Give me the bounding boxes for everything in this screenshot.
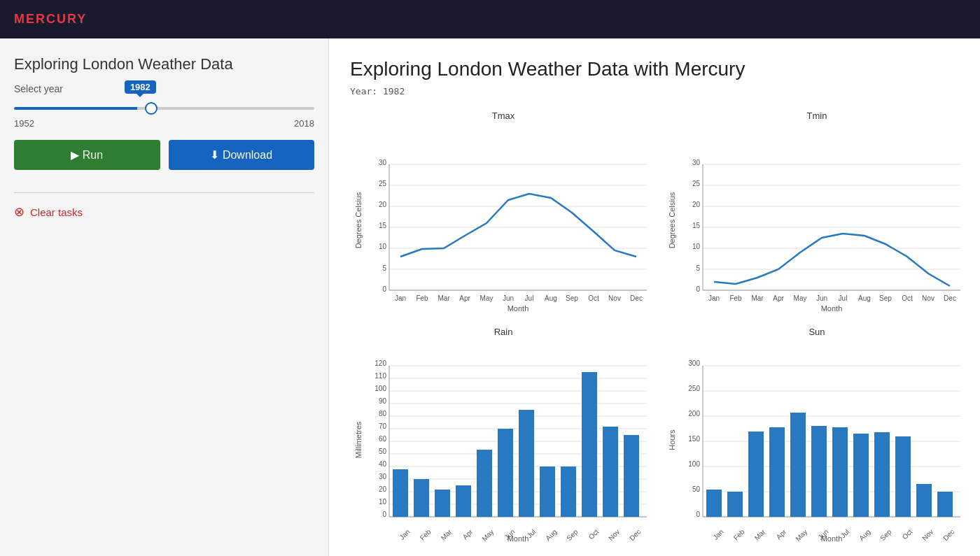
svg-rect-93 (477, 450, 492, 517)
svg-text:20: 20 (692, 201, 701, 208)
chart-tmin-svg: Degrees Celsius 0 5 10 15 20 25 30 (666, 122, 967, 311)
svg-text:Oct: Oct (901, 528, 914, 541)
year-label: Year: 1982 (350, 86, 959, 97)
slider-min: 1952 (14, 118, 34, 129)
svg-text:Jun: Jun (503, 294, 514, 302)
chart-sun-svg: Hours 0 50 100 150 200 250 300 (666, 338, 967, 541)
svg-rect-140 (895, 436, 911, 517)
svg-text:0: 0 (696, 511, 700, 518)
main-layout: Exploring London Weather Data Select yea… (0, 38, 980, 556)
slider-tooltip: 1982 (125, 80, 156, 94)
svg-rect-137 (832, 427, 848, 517)
charts-grid: Tmax Degrees Celsius 0 5 10 15 20 25 30 (350, 108, 959, 547)
svg-rect-142 (937, 492, 953, 517)
svg-text:Aug: Aug (544, 528, 558, 541)
year-slider[interactable] (14, 107, 314, 110)
svg-rect-97 (561, 466, 576, 517)
svg-text:Millimetres: Millimetres (354, 421, 363, 458)
svg-text:25: 25 (379, 180, 387, 187)
svg-text:Dec: Dec (944, 294, 956, 302)
svg-text:Mar: Mar (440, 527, 454, 541)
svg-text:Nov: Nov (607, 528, 621, 541)
svg-text:25: 25 (692, 180, 701, 187)
page-title: Exploring London Weather Data with Mercu… (350, 58, 959, 80)
svg-text:Nov: Nov (920, 528, 934, 541)
svg-text:Dec: Dec (941, 528, 955, 541)
svg-rect-133 (748, 432, 764, 517)
svg-rect-138 (853, 434, 869, 517)
svg-text:Degrees Celsius: Degrees Celsius (354, 192, 363, 248)
svg-text:Sep: Sep (566, 294, 578, 302)
svg-text:10: 10 (692, 243, 701, 250)
svg-rect-132 (727, 492, 743, 517)
svg-text:60: 60 (379, 435, 387, 443)
slider-max: 2018 (294, 118, 314, 129)
chart-sun-title: Sun (666, 327, 967, 337)
clear-tasks-icon: ⊗ (14, 204, 24, 220)
svg-text:30: 30 (692, 159, 701, 166)
svg-text:10: 10 (379, 498, 387, 506)
chart-tmax: Tmax Degrees Celsius 0 5 10 15 20 25 30 (350, 108, 657, 317)
svg-text:Apr: Apr (773, 294, 784, 302)
svg-rect-92 (456, 485, 471, 517)
button-row: ▶ Run ⬇ Download (14, 140, 314, 170)
svg-text:250: 250 (688, 385, 700, 392)
header: MERCURY (0, 0, 980, 38)
svg-text:Dec: Dec (628, 528, 642, 541)
svg-text:Jun: Jun (816, 294, 827, 302)
svg-text:50: 50 (379, 448, 387, 455)
svg-text:Mar: Mar (753, 527, 767, 541)
svg-text:Aug: Aug (858, 528, 872, 541)
svg-rect-91 (435, 490, 450, 517)
svg-text:Jan: Jan (398, 528, 411, 541)
svg-text:Feb: Feb (419, 527, 433, 541)
svg-text:Apr: Apr (459, 294, 470, 302)
svg-text:Apr: Apr (461, 527, 475, 541)
svg-rect-100 (624, 435, 639, 517)
svg-text:Hours: Hours (668, 429, 676, 450)
svg-text:Month: Month (507, 304, 529, 311)
sidebar-title: Exploring London Weather Data (14, 55, 314, 73)
svg-text:Sep: Sep (879, 294, 892, 302)
svg-text:Oct: Oct (587, 528, 601, 541)
chart-rain-title: Rain (353, 327, 654, 337)
svg-text:May: May (480, 294, 493, 302)
svg-text:May: May (480, 528, 495, 541)
run-button[interactable]: ▶ Run (14, 140, 160, 170)
svg-rect-136 (811, 426, 827, 517)
select-year-label: Select year (14, 83, 314, 94)
svg-text:100: 100 (688, 460, 700, 468)
svg-text:5: 5 (382, 264, 386, 272)
svg-text:Feb: Feb (732, 527, 746, 541)
chart-tmin-title: Tmin (666, 111, 967, 121)
svg-rect-135 (790, 413, 806, 517)
svg-rect-134 (769, 427, 785, 517)
svg-text:Oct: Oct (902, 294, 913, 302)
clear-tasks-button[interactable]: ⊗ Clear tasks (14, 204, 314, 220)
svg-text:Month: Month (821, 304, 843, 311)
svg-text:110: 110 (374, 372, 386, 380)
svg-rect-99 (603, 427, 618, 517)
svg-text:40: 40 (379, 460, 387, 468)
svg-text:150: 150 (688, 435, 700, 443)
svg-text:Sep: Sep (878, 527, 893, 541)
svg-rect-94 (498, 429, 513, 517)
svg-text:Mar: Mar (751, 294, 764, 302)
svg-text:0: 0 (382, 285, 386, 293)
svg-text:Month: Month (507, 534, 529, 541)
chart-tmax-svg: Degrees Celsius 0 5 10 15 20 25 30 (353, 122, 654, 311)
svg-text:May: May (794, 528, 808, 541)
svg-text:May: May (794, 294, 807, 302)
svg-text:100: 100 (374, 385, 386, 392)
svg-text:Jan: Jan (711, 528, 724, 541)
svg-text:Jan: Jan (708, 294, 720, 302)
sidebar: Exploring London Weather Data Select yea… (0, 38, 329, 556)
svg-text:Feb: Feb (416, 294, 428, 302)
svg-text:50: 50 (692, 485, 701, 493)
svg-rect-131 (706, 490, 722, 517)
chart-rain: Rain Millimetres 0 10 20 30 40 50 60 70 … (350, 324, 657, 547)
chart-tmin: Tmin Degrees Celsius 0 5 10 15 20 25 30 (664, 108, 970, 317)
download-button[interactable]: ⬇ Download (169, 140, 315, 170)
svg-text:Jul: Jul (525, 294, 534, 302)
svg-text:300: 300 (688, 359, 700, 367)
